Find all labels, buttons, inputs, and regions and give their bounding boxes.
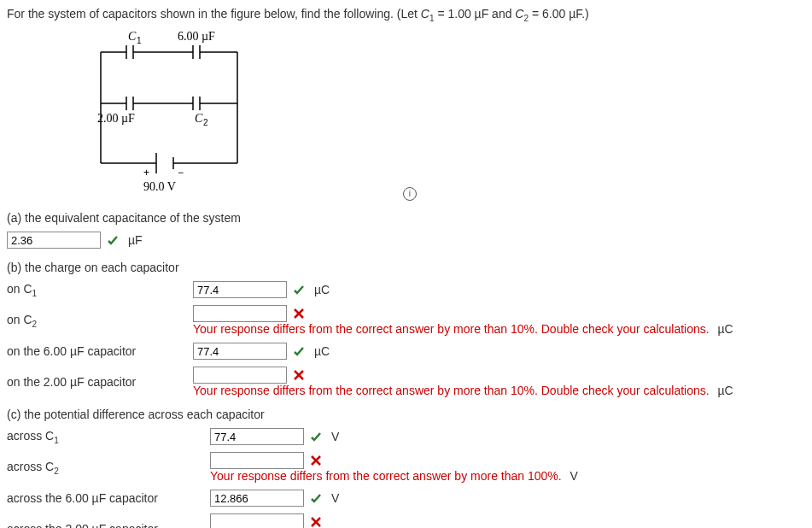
info-icon[interactable]: i [403,187,417,201]
b-row0-label: on C1 [7,282,193,298]
part-a-unit: µF [128,233,143,247]
svg-text:C: C [128,30,137,43]
svg-text:2.00 µF: 2.00 µF [97,112,135,125]
c-row1-label: across C2 [7,460,210,476]
b-row1-error: Your response differs from the correct a… [193,322,710,336]
c-row1-input[interactable] [210,452,304,469]
check-icon [292,283,306,296]
c-row2-input[interactable] [210,490,304,507]
part-c-title: (c) the potential difference across each… [7,408,805,421]
part-a-input[interactable] [7,232,101,249]
b-row0-unit: µC [314,283,330,296]
b-row1-label: on C2 [7,313,193,329]
c-row0-label: across C1 [7,429,210,445]
svg-text:90.0 V: 90.0 V [143,180,176,193]
cross-icon [309,454,323,467]
b-row3-label: on the 2.00 µF capacitor [7,375,193,389]
svg-text:+: + [143,167,149,179]
c-row3-input[interactable] [210,513,304,528]
c-row0-unit: V [331,430,339,443]
part-b: (b) the charge on each capacitor on C1 µ… [7,261,805,397]
b-row0-input[interactable] [193,281,287,298]
check-icon [292,344,306,358]
b-row2-unit: µC [314,344,330,358]
c-row2-label: across the 6.00 µF capacitor [7,491,210,505]
c-row1-error: Your response differs from the correct a… [210,469,562,483]
cross-icon [292,368,306,382]
check-icon [309,491,323,505]
b-row3-input[interactable] [193,367,287,384]
part-b-title: (b) the charge on each capacitor [7,261,805,274]
cross-icon [292,307,306,320]
check-icon [106,233,120,247]
check-icon [309,430,323,443]
b-row1-input[interactable] [193,305,287,322]
svg-text:1: 1 [137,36,142,45]
svg-text:2: 2 [203,118,208,127]
circuit-figure: C1 6.00 µF 2.00 µF C2 + − 90.0 V i [92,26,805,201]
b-row1-unit: µC [718,322,733,336]
c-row3-label: across the 2.00 µF capacitor [7,522,210,528]
part-a-title: (a) the equivalent capacitance of the sy… [7,211,805,225]
svg-text:−: − [178,167,184,179]
b-row2-input[interactable] [193,343,287,360]
b-row3-error: Your response differs from the correct a… [193,384,710,397]
part-a: (a) the equivalent capacitance of the sy… [7,211,805,250]
c-row1-unit: V [570,469,578,483]
b-row2-label: on the 6.00 µF capacitor [7,344,193,358]
part-c: (c) the potential difference across each… [7,408,805,528]
b-row3-unit: µC [718,384,733,397]
c-row0-input[interactable] [210,428,304,445]
svg-text:6.00 µF: 6.00 µF [178,30,215,43]
c-row2-unit: V [331,491,339,505]
cross-icon [309,515,323,528]
svg-text:C: C [195,112,203,125]
problem-statement: For the system of capacitors shown in th… [7,7,805,23]
